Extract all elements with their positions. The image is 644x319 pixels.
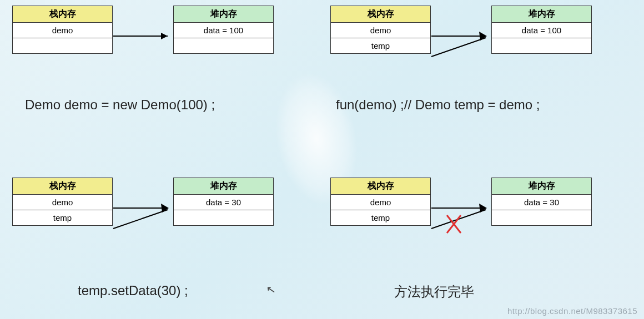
stack-row: demo (331, 23, 431, 38)
stack-header-4: 栈内存 (331, 178, 431, 195)
caption-1: Demo demo = new Demo(100) ; (25, 97, 215, 113)
heap-header-4: 堆内存 (492, 178, 592, 195)
heap-row (492, 38, 592, 54)
heap-box-1: 堆内存 data = 100 (173, 6, 274, 54)
heap-header-1: 堆内存 (174, 6, 274, 23)
svg-marker-4 (479, 32, 487, 40)
svg-marker-10 (479, 204, 487, 212)
stack-row: demo (13, 23, 113, 38)
heap-row (492, 210, 592, 226)
watermark: http://blog.csdn.net/M983373615 (507, 306, 637, 316)
heap-row: data = 30 (492, 195, 592, 210)
stack-box-4: 栈内存 demo temp (330, 178, 431, 226)
caption-3: temp.setData(30) ; (78, 283, 188, 298)
svg-line-3 (431, 38, 486, 57)
stack-header-2: 栈内存 (331, 6, 431, 23)
cursor-icon: ↖ (265, 282, 277, 297)
cross-out-icon (447, 215, 461, 233)
heap-header-3: 堆内存 (174, 178, 274, 195)
heap-row (174, 210, 274, 226)
heap-box-4: 堆内存 data = 30 (491, 178, 592, 226)
svg-marker-1 (161, 33, 168, 39)
stack-row: demo (13, 195, 113, 210)
heap-box-2: 堆内存 data = 100 (491, 6, 592, 54)
stack-row: temp (331, 210, 431, 226)
caption-4: 方法执行完毕 (394, 283, 474, 301)
heap-box-3: 堆内存 data = 30 (173, 178, 274, 226)
stack-box-1: 栈内存 demo (12, 6, 113, 54)
svg-marker-7 (161, 204, 169, 212)
heap-row (174, 38, 274, 54)
stack-box-2: 栈内存 demo temp (330, 6, 431, 54)
stack-box-3: 栈内存 demo temp (12, 178, 113, 226)
stack-row: temp (13, 210, 113, 226)
heap-header-2: 堆内存 (492, 6, 592, 23)
svg-line-12 (447, 215, 461, 233)
svg-line-11 (447, 215, 461, 233)
stack-row: demo (331, 195, 431, 210)
heap-row: data = 100 (492, 23, 592, 38)
heap-row: data = 100 (174, 23, 274, 38)
caption-2: fun(demo) ;// Demo temp = demo ; (336, 97, 540, 113)
svg-line-9 (431, 210, 486, 229)
svg-line-6 (113, 210, 168, 229)
heap-row: data = 30 (174, 195, 274, 210)
stack-header-3: 栈内存 (13, 178, 113, 195)
stack-row (13, 38, 113, 54)
stack-header-1: 栈内存 (13, 6, 113, 23)
stack-row: temp (331, 38, 431, 54)
